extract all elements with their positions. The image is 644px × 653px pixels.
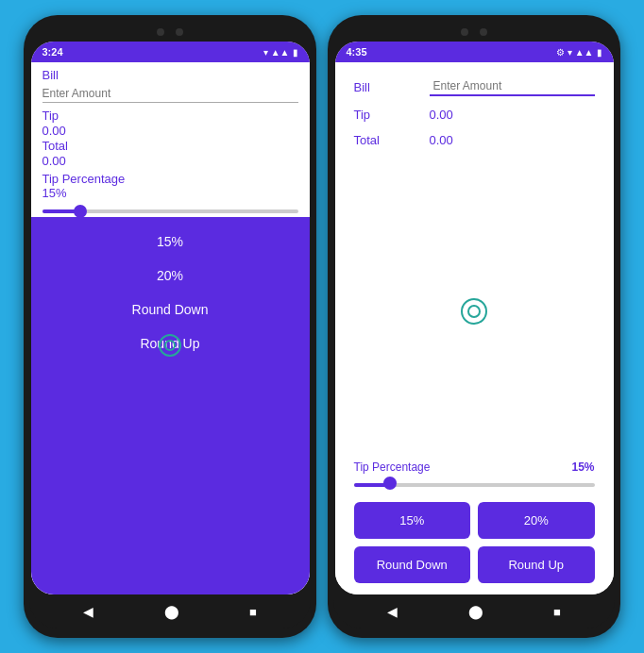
- phone2-radio-icon: [461, 298, 487, 325]
- phone2-bill-label: Bill: [354, 80, 430, 94]
- phone2-status-icons: ⚙ ▾ ▲▲ ▮: [556, 47, 602, 58]
- phone2-time: 4:35: [347, 46, 367, 58]
- phone2-content: Bill Tip 0.00 Total 0.00: [335, 62, 614, 594]
- phone1-recents-button[interactable]: [249, 603, 257, 620]
- phone1-screen: 3:24 ▾ ▲▲ ▮ Bill Tip 0.00: [31, 42, 310, 594]
- phone2-tip-value: 0.00: [430, 108, 595, 122]
- phone2-btn-round-up[interactable]: Round Up: [478, 546, 595, 583]
- phone2-notch: [333, 25, 615, 38]
- phone2-back-button[interactable]: [387, 603, 398, 620]
- phone1-total-row: Total: [42, 139, 298, 153]
- phone1-cameras: [157, 25, 183, 38]
- wifi-icon-2: ▾: [568, 47, 572, 58]
- phone1-camera-right: [176, 28, 183, 36]
- phone2-total-label: Total: [354, 133, 430, 147]
- phone2-buttons: 15% 20% Round Down Round Up: [354, 502, 595, 583]
- phone2-home-button[interactable]: [468, 603, 483, 620]
- phone1-tip-label: Tip: [42, 109, 59, 123]
- phone1-tip-pct-val: 15%: [42, 186, 298, 200]
- phone-2: 4:35 ⚙ ▾ ▲▲ ▮ Bill: [328, 15, 620, 638]
- phone1-tip-value-row: 0.00: [42, 124, 298, 138]
- phone2-btn-15pct[interactable]: 15%: [354, 502, 471, 539]
- phone1-slider-section: [31, 204, 310, 217]
- phone2-tip-pct-row: Tip Percentage 15%: [354, 460, 595, 474]
- phone2-screen: 4:35 ⚙ ▾ ▲▲ ▮ Bill: [335, 42, 614, 594]
- phone2-btn-20pct[interactable]: 20%: [478, 502, 595, 539]
- phone2-slider: [354, 477, 595, 493]
- phone1-total-label: Total: [42, 139, 68, 153]
- phone1-notch: [29, 25, 311, 38]
- radio-inner: [164, 340, 176, 351]
- phone2-btn-round-down[interactable]: Round Down: [354, 546, 471, 583]
- phone2-tip-section: Tip Percentage 15% 15% 20% Round Down: [335, 453, 614, 594]
- radio-icon: [159, 334, 181, 357]
- phone1-slider-track: [42, 209, 298, 213]
- phone2-tip-row: Tip 0.00: [354, 108, 595, 122]
- phone2-form: Bill Tip 0.00 Total 0.00: [335, 62, 614, 170]
- phone1-bill-label: Bill: [42, 68, 298, 82]
- phone2-tip-pct-number: 15%: [571, 460, 594, 474]
- phone1-dropdown: 15% 20% Round Down Round Up: [31, 217, 310, 594]
- battery-icon: ▮: [293, 47, 298, 58]
- phone2-radio-inner: [467, 305, 481, 318]
- dropdown-round-up[interactable]: Round Up: [31, 326, 310, 360]
- phone2-spacer: [335, 170, 614, 453]
- dropdown-15pct[interactable]: 15%: [31, 225, 310, 259]
- phone1-time: 3:24: [42, 46, 63, 58]
- phone2-bill-row: Bill: [354, 77, 595, 96]
- phone1-home-button[interactable]: [164, 603, 179, 620]
- phone1-content: Bill Tip 0.00 Total 0.00 Tip Percentage: [31, 62, 310, 594]
- phone1-total-value-row: 0.00: [42, 154, 298, 168]
- phone2-tip-label: Tip: [354, 108, 430, 122]
- phone1-status-bar: 3:24 ▾ ▲▲ ▮: [31, 42, 310, 62]
- phone2-recents-button[interactable]: [553, 603, 561, 620]
- phone1-status-icons: ▾ ▲▲ ▮: [263, 47, 298, 58]
- phone2-cameras: [461, 25, 487, 38]
- phone2-nav-bar: [333, 594, 615, 628]
- phone1-camera-left: [157, 28, 164, 36]
- phone2-tip-pct-label: Tip Percentage: [354, 460, 431, 474]
- phone1-tip-pct-label: Tip Percentage: [42, 172, 298, 186]
- phone1-slider-thumb[interactable]: [74, 205, 87, 218]
- phone1-back-button[interactable]: [83, 603, 93, 620]
- phone1-nav-bar: [29, 594, 311, 628]
- phone1-amount-input[interactable]: [42, 85, 298, 103]
- dropdown-20pct[interactable]: 20%: [31, 259, 310, 293]
- phone2-amount-input[interactable]: [430, 77, 595, 96]
- phone2-camera-right: [480, 28, 487, 36]
- dropdown-round-down[interactable]: Round Down: [31, 293, 310, 326]
- wifi-icon: ▾: [263, 47, 268, 58]
- phone1-tip-value: 0.00: [42, 124, 66, 138]
- settings-icon: ⚙: [556, 47, 565, 58]
- signal-icon-2: ▲▲: [575, 47, 594, 58]
- phone2-slider-thumb[interactable]: [383, 477, 397, 490]
- phone2-status-bar: 4:35 ⚙ ▾ ▲▲ ▮: [335, 42, 614, 62]
- signal-icon: ▲▲: [271, 47, 290, 58]
- phone1-header: Bill Tip 0.00 Total 0.00 Tip Percentage: [31, 62, 310, 204]
- phone-1: 3:24 ▾ ▲▲ ▮ Bill Tip 0.00: [24, 15, 316, 638]
- phone2-camera-left: [461, 28, 468, 36]
- battery-icon-2: ▮: [597, 47, 602, 58]
- phone1-total-value: 0.00: [42, 154, 66, 168]
- phone2-total-value: 0.00: [430, 133, 595, 147]
- phone1-tip-row: Tip: [42, 109, 298, 123]
- phone2-total-row: Total 0.00: [354, 133, 595, 147]
